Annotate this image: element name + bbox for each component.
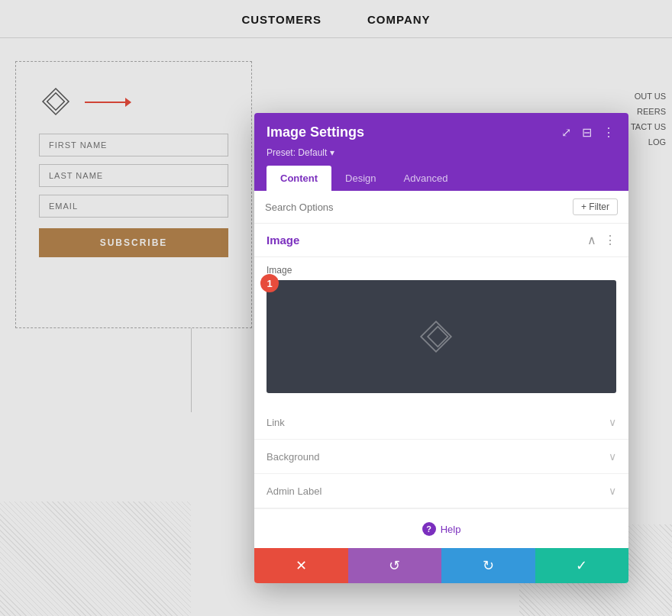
cancel-button[interactable]: ✕ [254,548,348,583]
expand-icon[interactable]: ⤢ [560,124,573,141]
panel-header: Image Settings ⤢ ⊟ ⋮ Preset: Default ▾ C… [254,113,628,191]
panel-title: Image Settings [267,124,364,140]
tab-content[interactable]: Content [267,166,331,191]
background-chevron-icon: ∨ [609,450,616,463]
background-section[interactable]: Background ∨ [254,440,628,474]
image-field-label: Image [254,257,628,280]
image-upload-area[interactable]: 1 [267,280,616,393]
link-section[interactable]: Link ∨ [254,405,628,440]
admin-chevron-icon: ∨ [609,485,616,497]
undo-button[interactable]: ↺ [348,548,442,583]
columns-icon[interactable]: ⊟ [580,124,593,141]
action-bar: ✕ ↺ ↻ ✓ [254,548,628,583]
help-circle-icon: ? [422,522,436,536]
panel-content: Image ∧ ⋮ Image 1 Link ∨ Background ∨ [254,224,628,548]
image-section-title: Image [267,234,299,247]
panel-header-icons: ⤢ ⊟ ⋮ [560,124,616,141]
svg-rect-2 [421,321,451,352]
link-chevron-icon: ∨ [609,416,616,428]
panel-tabs: Content Design Advanced [267,166,616,191]
help-button[interactable]: ? Help [422,522,461,536]
tab-design[interactable]: Design [331,166,389,191]
link-section-title: Link [267,417,285,428]
image-section-header: Image ∧ ⋮ [254,224,628,257]
panel-preset[interactable]: Preset: Default ▾ [267,147,616,158]
help-section: ? Help [254,508,628,548]
section-actions: ∧ ⋮ [587,233,616,247]
section-more-icon[interactable]: ⋮ [604,233,616,247]
background-section-title: Background [267,451,319,463]
placeholder-icon [415,318,468,356]
filter-button[interactable]: + Filter [573,198,618,215]
settings-panel: Image Settings ⤢ ⊟ ⋮ Preset: Default ▾ C… [254,113,628,583]
upload-badge: 1 [260,274,279,292]
tab-advanced[interactable]: Advanced [390,166,462,191]
admin-label-section[interactable]: Admin Label ∨ [254,474,628,508]
collapse-icon[interactable]: ∧ [587,233,596,247]
more-icon[interactable]: ⋮ [601,124,616,141]
panel-title-row: Image Settings ⤢ ⊟ ⋮ [267,124,616,141]
admin-label-section-title: Admin Label [267,485,321,497]
redo-button[interactable]: ↻ [441,548,535,583]
save-button[interactable]: ✓ [535,548,629,583]
search-bar: + Filter [254,191,628,224]
search-options-input[interactable] [265,202,573,213]
